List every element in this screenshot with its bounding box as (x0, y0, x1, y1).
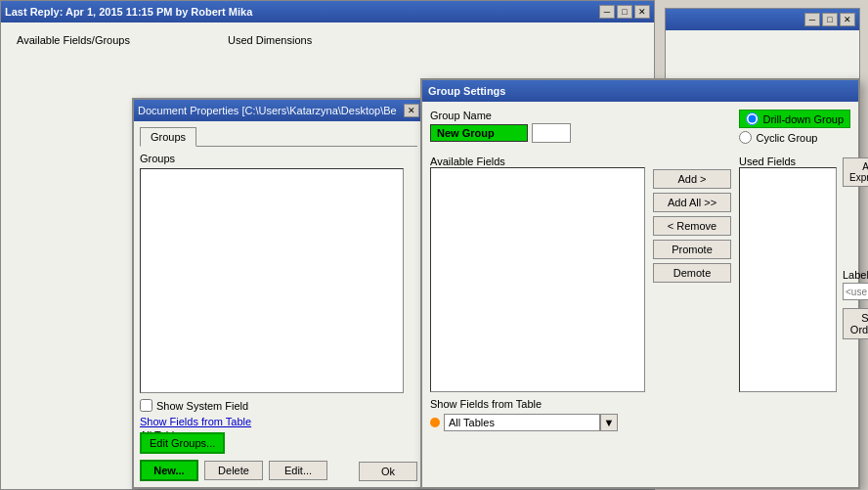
tab-bar: Groups (140, 127, 417, 147)
bg-content: Available Fields/Groups Used Dimensions (1, 22, 654, 58)
bg-win-controls: ─ □ ✕ (599, 5, 650, 19)
drill-down-group-option[interactable]: Drill-down Group (739, 110, 850, 128)
doc-props-titlebar: Document Properties [C:\Users\Katarzyna\… (134, 100, 423, 121)
gs-middle: Available Fields Add > Add All >> < Remo… (430, 156, 837, 392)
available-fields-list (430, 167, 645, 392)
gs-full-layout: Available Fields Add > Add All >> < Remo… (430, 150, 850, 431)
doc-props-title: Document Properties [C:\Users\Katarzyna\… (138, 105, 397, 116)
edit-groups-area: Edit Groups... (140, 432, 225, 454)
gs-available-fields: Available Fields (430, 156, 645, 392)
bg-window-title: Last Reply: Apr 1, 2015 11:15 PM by Robe… (5, 6, 252, 18)
edit-button[interactable]: Edit... (269, 461, 327, 480)
edit-groups-button[interactable]: Edit Groups... (140, 432, 225, 454)
gs-field-buttons: Add > Add All >> < Remove Promote Demote (653, 156, 731, 392)
group-name-extra (532, 123, 571, 143)
gs-all-tables: ▼ (430, 414, 837, 431)
gs-used-fields: Used Fields (739, 156, 837, 392)
close-btn[interactable]: ✕ (634, 5, 650, 19)
used-dimensions-label: Used Dimensions (228, 34, 312, 46)
groups-section-label: Groups (140, 153, 417, 164)
field-groups-header: Available Fields/Groups Used Dimensions (9, 30, 646, 50)
gs-main-area: Available Fields Add > Add All >> < Remo… (430, 150, 837, 431)
minimize-btn[interactable]: ─ (599, 5, 615, 19)
add-all-button[interactable]: Add All >> (653, 193, 731, 212)
group-settings-dialog: Group Settings Group Name Drill-down Gro… (420, 78, 860, 489)
label-input[interactable] (843, 283, 868, 300)
delete-button[interactable]: Delete (204, 461, 263, 480)
gs-right-panel: Add Express... Label Sort Orders... (837, 150, 868, 431)
cyclic-group-option[interactable]: Cyclic Group (739, 131, 850, 144)
sec-restore-btn[interactable]: □ (822, 13, 838, 26)
ok-area: Ok (359, 462, 417, 481)
gs-group-name-section: Group Name (430, 110, 571, 143)
gs-titlebar: Group Settings (422, 80, 858, 102)
groups-list (140, 168, 404, 393)
bg-window-titlebar: Last Reply: Apr 1, 2015 11:15 PM by Robe… (1, 1, 654, 22)
maximize-btn[interactable]: □ (617, 5, 632, 19)
gs-table-select: ▼ (444, 414, 618, 431)
sec-minimize-btn[interactable]: ─ (804, 13, 820, 26)
show-system-checkbox[interactable] (140, 399, 152, 412)
table-select-input[interactable] (444, 414, 600, 431)
ok-button[interactable]: Ok (359, 462, 417, 481)
available-fields-label: Available Fields/Groups (17, 34, 130, 46)
remove-button[interactable]: < Remove (653, 216, 731, 236)
show-system-row: Show System Field (140, 399, 417, 412)
gs-top-row: Group Name Drill-down Group Cyclic Group (430, 110, 850, 144)
orange-dot-icon (430, 418, 440, 427)
add-button[interactable]: Add > (653, 169, 731, 189)
drill-down-label: Drill-down Group (762, 113, 844, 125)
promote-button[interactable]: Promote (653, 240, 731, 259)
sort-orders-button[interactable]: Sort Orders... (843, 308, 868, 339)
label-field-label: Label (843, 269, 868, 281)
drill-down-radio[interactable] (746, 112, 759, 125)
new-button[interactable]: New... (140, 460, 198, 481)
used-fields-list (739, 167, 837, 392)
doc-props-content: Groups Groups Show System Field Show Fie… (134, 121, 423, 447)
doc-props-close-btn[interactable]: ✕ (404, 104, 419, 117)
used-fields-label: Used Fields (739, 156, 796, 167)
cyclic-label: Cyclic Group (756, 132, 817, 144)
sec-close-btn[interactable]: ✕ (840, 13, 855, 26)
table-dropdown-arrow[interactable]: ▼ (600, 414, 618, 431)
show-fields-label: Show Fields from Table (140, 416, 251, 427)
show-fields-row: Show Fields from Table (140, 416, 417, 427)
available-fields-label: Available Fields (430, 156, 505, 167)
add-expression-button[interactable]: Add Express... (843, 157, 868, 187)
gs-radio-section: Drill-down Group Cyclic Group (739, 110, 850, 144)
gs-show-fields-row: Show Fields from Table (430, 398, 837, 410)
gs-bottom: Show Fields from Table ▼ (430, 398, 837, 431)
label-section: Label (843, 269, 868, 300)
doc-props-dialog: Document Properties [C:\Users\Katarzyna\… (132, 98, 425, 489)
show-fields-label: Show Fields from Table (430, 398, 542, 410)
tab-groups[interactable]: Groups (140, 127, 196, 147)
gs-name-row (430, 123, 571, 143)
secondary-titlebar: ─ □ ✕ (666, 9, 859, 30)
show-system-label: Show System Field (156, 400, 248, 412)
secondary-win-controls: ─ □ ✕ (804, 13, 855, 26)
cyclic-radio[interactable] (739, 131, 752, 144)
group-name-label: Group Name (430, 110, 571, 121)
group-name-input[interactable] (430, 124, 528, 142)
demote-button[interactable]: Demote (653, 263, 731, 283)
gs-content: Group Name Drill-down Group Cyclic Group (422, 102, 858, 439)
gs-title: Group Settings (428, 85, 505, 97)
